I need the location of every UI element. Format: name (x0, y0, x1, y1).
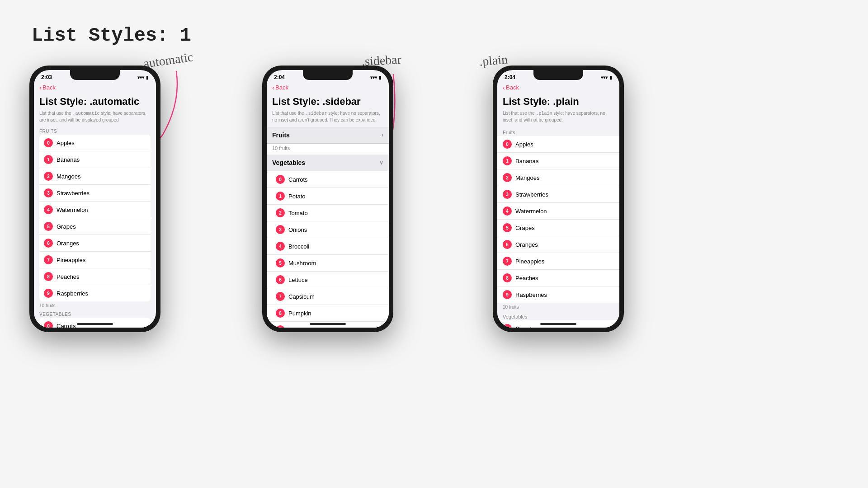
item-label: Carrots (57, 323, 76, 328)
sidebar-section-fruits[interactable]: Fruits › (267, 127, 389, 144)
battery-icon-2: ▮ (379, 75, 382, 80)
item-label: Onions (288, 226, 307, 233)
list-item[interactable]: 5Mushroom (267, 255, 389, 272)
list-item[interactable]: 5Grapes (39, 218, 151, 235)
item-label: Apples (57, 140, 75, 146)
badge: 4 (503, 206, 512, 216)
time-2: 2:04 (274, 74, 285, 80)
item-label: Oranges (57, 240, 79, 247)
badge: 9 (44, 289, 53, 298)
sidebar-section-veg[interactable]: Vegetables ∨ (267, 155, 389, 171)
item-label: Bananas (515, 158, 538, 164)
item-label: Strawberries (57, 190, 90, 197)
badge: 5 (503, 223, 512, 232)
item-label: Apples (515, 141, 533, 148)
item-label: Watermelon (57, 206, 88, 213)
list-item[interactable]: 9Raspberries (39, 285, 151, 301)
badge: 5 (44, 222, 53, 231)
screen-desc-1: List that use the .automatic style: have… (34, 110, 156, 127)
list-item[interactable]: 2Mangoes (39, 168, 151, 185)
phone-sidebar: 2:04 ▾▾▾ ▮ ‹ Back List Style: .sidebar L… (262, 66, 393, 332)
list-item[interactable]: 4Broccoli (267, 238, 389, 255)
badge: 1 (276, 192, 285, 201)
list-item[interactable]: 6Lettuce (267, 272, 389, 288)
item-label: Mushroom (288, 260, 316, 267)
badge: 4 (44, 205, 53, 214)
item-label: Pumpkin (288, 310, 311, 317)
badge: 2 (503, 173, 512, 182)
list-item[interactable]: 7Pineapples (39, 252, 151, 268)
item-label: Pineapples (515, 258, 544, 265)
list-item[interactable]: 7Capsicum (267, 288, 389, 305)
item-label: Strawberries (515, 191, 548, 198)
item-label: Pineapples (57, 257, 85, 263)
list-item[interactable]: 4Watermelon (497, 203, 619, 220)
badge: 8 (276, 309, 285, 318)
phone-sidebar-screen: 2:04 ▾▾▾ ▮ ‹ Back List Style: .sidebar L… (267, 70, 389, 328)
back-button-3[interactable]: ‹ Back (503, 84, 614, 91)
nav-bar-1: ‹ Back (34, 83, 156, 94)
list-item[interactable]: 6Oranges (39, 235, 151, 252)
item-label: Raspberries (515, 291, 547, 298)
item-label: Zucchini (288, 327, 310, 328)
badge: 8 (44, 272, 53, 281)
sidebar-veg-list: 0Carrots 1Potato 2Tomato 3Onions 4Brocco… (267, 171, 389, 328)
list-plain-fruits: 0Apples 1Bananas 2Mangoes 3Strawberries … (497, 136, 619, 303)
list-item[interactable]: 6Oranges (497, 236, 619, 253)
item-label: Potato (288, 193, 306, 200)
sidebar-fruits-subtitle: 10 fruits (267, 144, 389, 155)
list-item[interactable]: 0Apples (497, 136, 619, 153)
badge: 5 (276, 258, 285, 267)
back-label-1: Back (42, 84, 56, 91)
phone-plain-screen: 2:04 ▾▾▾ ▮ ‹ Back List Style: .plain Lis… (497, 70, 619, 328)
badge: 6 (44, 239, 53, 248)
time-1: 2:03 (41, 74, 52, 80)
list-item[interactable]: 2Mangoes (497, 169, 619, 186)
list-item[interactable]: 0Carrots (267, 171, 389, 188)
list-item[interactable]: 5Grapes (497, 220, 619, 236)
status-icons-1: ▾▾▾ ▮ (137, 75, 149, 80)
section-header-fruits-1: FRUITS (34, 127, 156, 135)
list-item[interactable]: 3Strawberries (497, 186, 619, 203)
item-label: Broccoli (288, 243, 309, 250)
badge: 0 (276, 175, 285, 184)
list-item[interactable]: 8Pumpkin (267, 305, 389, 322)
label-plain: .plain (479, 52, 509, 69)
home-indicator-2 (310, 323, 346, 325)
item-label: Capsicum (288, 293, 315, 300)
list-item[interactable]: 1Potato (267, 188, 389, 205)
wifi-icon: ▾▾▾ (137, 75, 144, 80)
screen-title-2: List Style: .sidebar (267, 94, 389, 110)
badge: 7 (276, 292, 285, 301)
screen-title-1: List Style: .automatic (34, 94, 156, 110)
phone-automatic: 2:03 ▾▾▾ ▮ ‹ Back List Style: .automatic… (29, 66, 160, 332)
back-chevron-2: ‹ (272, 84, 274, 91)
list-item[interactable]: 9Raspberries (497, 286, 619, 303)
list-group-fruits-1: 0Apples 1Bananas 2Mangoes 3Strawberries … (39, 135, 151, 301)
back-button-1[interactable]: ‹ Back (39, 84, 151, 91)
badge: 0 (503, 140, 512, 149)
badge: 0 (503, 324, 512, 328)
badge: 6 (276, 275, 285, 284)
wifi-icon-3: ▾▾▾ (601, 75, 608, 80)
list-item[interactable]: 1Bananas (39, 151, 151, 168)
list-item[interactable]: 3Strawberries (39, 185, 151, 202)
list-item[interactable]: 2Tomato (267, 205, 389, 221)
item-label: Mangoes (515, 174, 539, 181)
battery-icon-3: ▮ (609, 75, 612, 80)
back-label-2: Back (275, 84, 288, 91)
item-label: Oranges (515, 241, 538, 248)
badge: 6 (503, 240, 512, 249)
list-item[interactable]: 1Bananas (497, 153, 619, 169)
list-item[interactable]: 0Apples (39, 135, 151, 151)
list-item[interactable]: 4Watermelon (39, 202, 151, 218)
back-button-2[interactable]: ‹ Back (272, 84, 383, 91)
list-item[interactable]: 3Onions (267, 221, 389, 238)
section-header-fruits-3: Fruits (497, 127, 619, 136)
nav-bar-3: ‹ Back (497, 83, 619, 94)
phone-automatic-screen: 2:03 ▾▾▾ ▮ ‹ Back List Style: .automatic… (34, 70, 156, 328)
phone-plain: 2:04 ▾▾▾ ▮ ‹ Back List Style: .plain Lis… (493, 66, 624, 332)
list-item[interactable]: 8Peaches (497, 270, 619, 286)
list-item[interactable]: 8Peaches (39, 268, 151, 285)
list-item[interactable]: 7Pineapples (497, 253, 619, 270)
